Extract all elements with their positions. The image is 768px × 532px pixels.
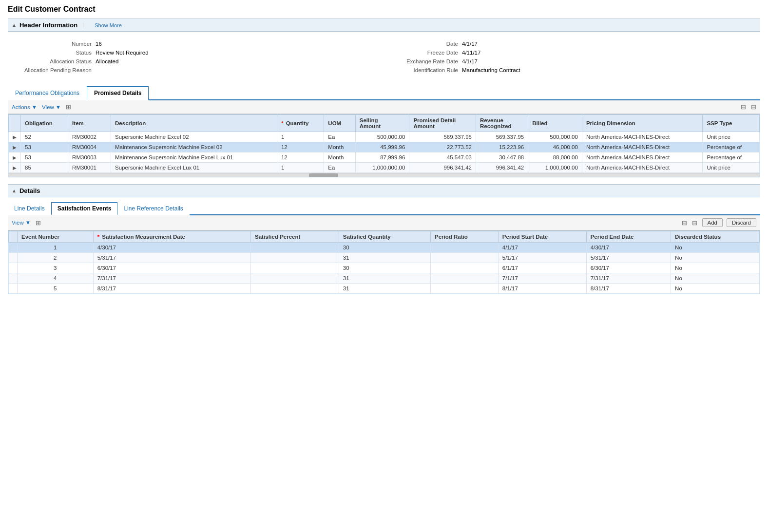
satisfied-percent-cell: [251, 284, 339, 294]
tab-satisfaction-events[interactable]: Satisfaction Events: [51, 202, 118, 215]
event-number-cell: 1: [18, 243, 94, 253]
tab-line-reference-details[interactable]: Line Reference Details: [117, 202, 189, 215]
satisfaction-date-cell: 5/31/17: [93, 253, 250, 263]
selling-amount-cell: 500,000.00: [355, 132, 409, 142]
th-ssp-type: SSP Type: [703, 115, 760, 132]
view-button-2[interactable]: View ▼: [12, 220, 31, 226]
pricing-dimension-cell: North America-MACHINES-Direct: [582, 142, 703, 152]
filter-icon[interactable]: ⊟: [741, 103, 746, 111]
description-cell: Supersonic Machine Excel Lux 01: [111, 163, 277, 173]
th-period-ratio: Period Ratio: [430, 231, 498, 243]
header-fields-right: Date 4/1/17 Freeze Date 4/11/17 Exchange…: [384, 39, 750, 75]
details-section-bar: ▲ Details: [8, 184, 760, 197]
period-ratio-cell: [430, 243, 498, 253]
th-event-number: [9, 231, 18, 243]
billed-cell: 88,000.00: [528, 152, 582, 163]
event-number-cell: 2: [18, 253, 94, 263]
table-row[interactable]: 4 7/31/17 31 7/1/17 7/31/17 No: [9, 273, 760, 284]
horizontal-scrollbar[interactable]: [8, 173, 760, 177]
expand-icon[interactable]: ▶: [13, 134, 17, 140]
detach-icon[interactable]: ⊞: [66, 103, 71, 111]
show-more-link[interactable]: Show More: [95, 22, 122, 28]
field-identification-rule: Identification Rule Manufacturing Contra…: [384, 66, 750, 75]
period-end-date-cell: 7/31/17: [586, 273, 671, 284]
table-row[interactable]: ▶ 85 RM30001 Supersonic Machine Excel Lu…: [9, 163, 760, 173]
period-start-date-cell: 4/1/17: [498, 243, 586, 253]
th-event-number-label: Event Number: [18, 231, 94, 243]
promised-detail-amount-cell: 996,341.42: [409, 163, 476, 173]
expand-icon[interactable]: ▶: [13, 165, 17, 171]
satisfied-percent-cell: [251, 243, 339, 253]
field-allocation-status-label: Allocation Status: [18, 58, 96, 64]
obligation-cell: 85: [21, 163, 68, 173]
th-satisfied-quantity: Satisfied Quantity: [339, 231, 430, 243]
filter-icon-2[interactable]: ⊟: [682, 219, 687, 227]
table-row[interactable]: ▶ 53 RM30003 Maintenance Supersonic Mach…: [9, 152, 760, 163]
expand-cell[interactable]: ▶: [9, 142, 21, 152]
ssp-type-cell: Unit price: [703, 163, 760, 173]
revenue-recognized-cell: 30,447.88: [476, 152, 528, 163]
table-row[interactable]: ▶ 53 RM30004 Maintenance Supersonic Mach…: [9, 142, 760, 152]
satisfaction-events-table: Event Number * Satisfaction Measurement …: [8, 231, 760, 294]
field-number: Number 16: [18, 39, 384, 48]
th-item: Item: [68, 115, 111, 132]
field-number-value: 16: [96, 41, 102, 47]
table-row[interactable]: 2 5/31/17 31 5/1/17 5/31/17 No: [9, 253, 760, 263]
details-section: ▲ Details Line Details Satisfaction Even…: [8, 184, 760, 294]
satisfied-quantity-cell: 31: [339, 273, 430, 284]
expand-cell[interactable]: ▶: [9, 132, 21, 142]
actions-button[interactable]: Actions ▼: [12, 104, 37, 110]
detach-icon-2[interactable]: ⊞: [36, 219, 41, 227]
th-obligation: Obligation: [21, 115, 68, 132]
expand-cell[interactable]: ▶: [9, 152, 21, 163]
tab-promised-details[interactable]: Promised Details: [87, 86, 149, 100]
details-collapse-icon[interactable]: ▲: [12, 188, 17, 193]
expand-icon[interactable]: ▶: [13, 155, 17, 160]
field-allocation-status-value: Allocated: [96, 58, 118, 64]
view2-dropdown-icon: ▼: [25, 220, 31, 226]
satisfaction-events-header-row: Event Number * Satisfaction Measurement …: [9, 231, 760, 243]
revenue-recognized-cell: 996,341.42: [476, 163, 528, 173]
table-row[interactable]: ▶ 52 RM30002 Supersonic Machine Excel 02…: [9, 132, 760, 142]
discarded-status-cell: No: [671, 253, 760, 263]
row-selector-cell: [9, 263, 18, 273]
pricing-dimension-cell: North America-MACHINES-Direct: [582, 152, 703, 163]
table-row[interactable]: 3 6/30/17 30 6/1/17 6/30/17 No: [9, 263, 760, 273]
field-allocation-pending-label: Allocation Pending Reason: [18, 67, 96, 73]
expand-icon[interactable]: ▶: [13, 145, 17, 150]
discard-button[interactable]: Discard: [727, 218, 756, 227]
pricing-dimension-cell: North America-MACHINES-Direct: [582, 163, 703, 173]
header-info-grid: Number 16 Status Review Not Required All…: [8, 36, 760, 80]
row-selector-cell: [9, 273, 18, 284]
expand-cell[interactable]: ▶: [9, 163, 21, 173]
tab-performance-obligations[interactable]: Performance Obligations: [8, 86, 87, 100]
th-period-end-date: Period End Date: [586, 231, 671, 243]
export-icon-2[interactable]: ⊟: [692, 219, 697, 227]
field-allocation-pending: Allocation Pending Reason: [18, 66, 384, 75]
description-cell: Maintenance Supersonic Machine Excel Lux…: [111, 152, 277, 163]
item-cell: RM30001: [68, 163, 111, 173]
row-selector-cell: [9, 253, 18, 263]
collapse-icon[interactable]: ▲: [12, 22, 17, 28]
view-button[interactable]: View ▼: [42, 104, 61, 110]
export-icon[interactable]: ⊟: [751, 103, 756, 111]
scrollbar-thumb[interactable]: [309, 173, 338, 177]
item-cell: RM30002: [68, 132, 111, 142]
table-row[interactable]: 1 4/30/17 30 4/1/17 4/30/17 No: [9, 243, 760, 253]
table-row[interactable]: 5 8/31/17 31 8/1/17 8/31/17 No: [9, 284, 760, 294]
quantity-cell: 1: [277, 132, 324, 142]
th-satisfied-percent: Satisfied Percent: [251, 231, 339, 243]
satisfied-quantity-cell: 30: [339, 243, 430, 253]
period-start-date-cell: 6/1/17: [498, 263, 586, 273]
satisfied-percent-cell: [251, 253, 339, 263]
th-promised-detail-amount: Promised DetailAmount: [409, 115, 476, 132]
uom-cell: Ea: [324, 132, 355, 142]
header-fields-left: Number 16 Status Review Not Required All…: [18, 39, 384, 75]
tab-line-details[interactable]: Line Details: [8, 202, 51, 215]
header-section-bar: ▲ Header Information | Show More: [8, 19, 760, 32]
add-button[interactable]: Add: [702, 218, 723, 227]
field-exchange-rate-date-label: Exchange Rate Date: [384, 58, 462, 64]
th-selling-amount: SellingAmount: [355, 115, 409, 132]
field-identification-rule-value: Manufacturing Contract: [462, 67, 520, 73]
th-revenue-recognized: RevenueRecognized: [476, 115, 528, 132]
